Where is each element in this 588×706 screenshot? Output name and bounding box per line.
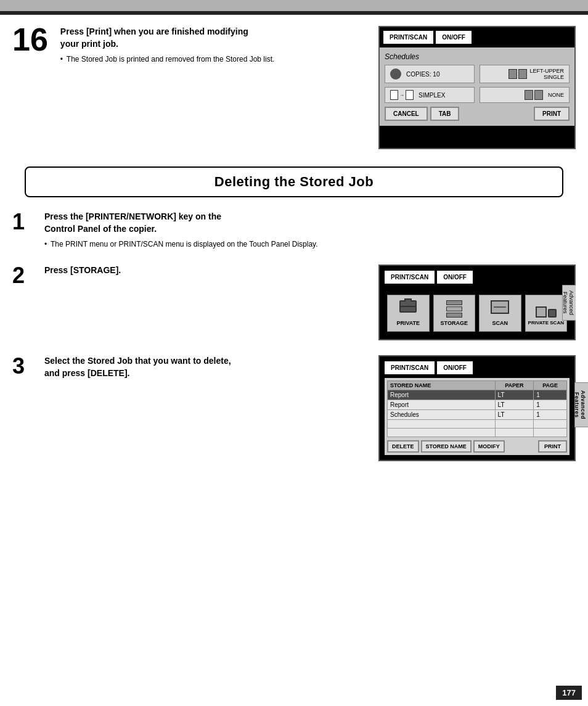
screen-3-onoff-btn[interactable]: ON/OFF <box>437 361 473 374</box>
table-row-1[interactable]: Report LT 1 <box>388 390 567 400</box>
screen-16-content: Schedules COPIES: 10 LEFT-UPPER <box>380 47 574 126</box>
none-icon <box>525 90 543 100</box>
none-label: NONE <box>548 92 564 98</box>
private-scan-label: PRIVATE SCAN <box>528 320 564 326</box>
section-16: 16 Press [Print] when you are finished m… <box>12 26 576 149</box>
top-bar <box>0 0 588 11</box>
table-row-5 <box>388 429 567 437</box>
screen-2-top-bar: PRINT/SCAN ON/OFF <box>385 271 570 284</box>
screen-3-print-scan-btn[interactable]: PRINT/SCAN <box>385 361 435 374</box>
step-1-section: 1 Press the [PRINTER/NETWORK] key on the… <box>12 211 576 250</box>
briefcase-clasp <box>401 306 415 307</box>
simplex-icon: → <box>390 90 414 100</box>
scan-icon <box>489 300 510 318</box>
schedule-row-1: COPIES: 10 LEFT-UPPERSINGLE <box>385 65 570 83</box>
col-page: PAGE <box>534 381 567 390</box>
table-row-2[interactable]: Report LT 1 <box>388 400 567 410</box>
paper-position-btn[interactable]: LEFT-UPPERSINGLE <box>480 65 570 83</box>
screen-16-top-bar: PRINT/SCAN ON/OFF <box>383 31 571 44</box>
row3-name: Schedules <box>388 410 496 420</box>
empty-cell-3 <box>534 420 567 429</box>
row2-page: 1 <box>534 400 567 410</box>
row1-name: Report <box>388 390 496 400</box>
copies-btn[interactable]: COPIES: 10 <box>385 65 475 83</box>
screen-16-print-scan-btn[interactable]: PRINT/SCAN <box>383 31 433 44</box>
page: AdvancedFeatures 16 Press [Print] when y… <box>0 0 588 706</box>
scan-body <box>491 300 509 314</box>
step-3-title: Select the Stored Job that you want to d… <box>44 355 369 379</box>
paper-icon-2 <box>518 69 527 79</box>
page-number: 177 <box>556 686 582 700</box>
row2-paper: LT <box>495 400 534 410</box>
screen-3: PRINT/SCAN ON/OFF STORED NAME PAPER PAGE <box>378 355 576 461</box>
private-scan-icon-item[interactable]: PRIVATE SCAN <box>525 295 568 332</box>
empty-cell-1 <box>388 420 496 429</box>
step-2-title: Press [STORAGE]. <box>44 265 369 277</box>
delete-btn[interactable]: DELETE <box>387 440 419 453</box>
step-3-number: 3 <box>12 355 35 377</box>
row1-paper: LT <box>495 390 534 400</box>
storage-label: STORAGE <box>441 320 468 326</box>
main-content: 16 Press [Print] when you are finished m… <box>0 15 588 488</box>
empty-cell-6 <box>534 429 567 437</box>
pscan-screen <box>536 306 547 318</box>
col-stored-name: STORED NAME <box>388 381 496 390</box>
step-1-title: Press the [PRINTER/NETWORK] key on the C… <box>44 211 576 235</box>
empty-cell-2 <box>495 420 534 429</box>
step-16-bullet: The Stored Job is printed and removed fr… <box>60 54 366 65</box>
private-label: PRIVATE <box>396 320 420 326</box>
screen-16-bottom-btns: CANCEL TAB PRINT <box>385 107 570 121</box>
none-page-1 <box>525 90 533 100</box>
stored-jobs-table-area: STORED NAME PAPER PAGE Report LT 1 <box>385 378 570 455</box>
storage-layer-3 <box>446 313 462 318</box>
storage-icons-row: PRIVATE STORAGE <box>385 287 570 334</box>
modify-btn[interactable]: MODIFY <box>473 440 505 453</box>
screen-16: PRINT/SCAN ON/OFF Schedules COPIES: 10 <box>378 26 576 149</box>
screen-2: PRINT/SCAN ON/OFF <box>378 265 576 340</box>
step-2-content: Press [STORAGE]. <box>44 265 369 281</box>
row3-paper: LT <box>495 410 534 420</box>
paper-icon-1 <box>508 69 517 79</box>
advanced-features-tab: AdvancedFeatures <box>574 382 588 427</box>
screen-2-onoff-btn[interactable]: ON/OFF <box>437 271 473 284</box>
step-16-text: Press [Print] when you are finished modi… <box>60 26 366 65</box>
table-row-3[interactable]: Schedules LT 1 <box>388 410 567 420</box>
step-1-bullet: The PRINT menu or PRINT/SCAN menu is dis… <box>44 239 576 250</box>
private-scan-icon <box>536 300 557 318</box>
simplex-page <box>390 90 398 100</box>
step-3-content: Select the Stored Job that you want to d… <box>44 355 369 383</box>
briefcase-handle <box>404 298 412 302</box>
none-page-2 <box>534 90 543 100</box>
screen-16-onoff-btn[interactable]: ON/OFF <box>436 31 472 44</box>
stored-name-btn[interactable]: STORED NAME <box>421 440 472 453</box>
private-icon-item[interactable]: PRIVATE <box>387 295 430 332</box>
cancel-btn[interactable]: CANCEL <box>385 107 428 121</box>
none-btn[interactable]: NONE <box>480 87 570 103</box>
scan-line <box>494 306 506 308</box>
deleting-section-heading: Deleting the Stored Job <box>214 174 374 189</box>
step-2-area: 2 Press [STORAGE]. PRINT/SCAN ON/OFF <box>12 265 576 340</box>
schedules-title: Schedules <box>385 52 570 61</box>
scan-label: SCAN <box>492 320 508 326</box>
pscan-lock <box>548 309 557 318</box>
screen-2-wrapper: PRINT/SCAN ON/OFF <box>378 265 576 340</box>
deleting-section-wrapper: Deleting the Stored Job <box>12 166 576 197</box>
briefcase-body <box>399 300 417 313</box>
tab-btn[interactable]: TAB <box>430 107 460 121</box>
print-btn-3[interactable]: PRINT <box>538 440 567 453</box>
copies-icon <box>390 68 401 80</box>
row3-page: 1 <box>534 410 567 420</box>
storage-icon-item[interactable]: STORAGE <box>433 295 476 332</box>
col-paper: PAPER <box>495 381 534 390</box>
print-btn-16[interactable]: PRINT <box>534 107 570 121</box>
step-16-number: 16 <box>12 23 48 55</box>
simplex-arrow: → <box>399 92 404 98</box>
scan-icon-item[interactable]: SCAN <box>479 295 521 332</box>
simplex-btn[interactable]: → SIMPLEX <box>385 87 475 103</box>
screen-3-bottom-btns: DELETE STORED NAME MODIFY PRINT <box>387 440 567 453</box>
storage-layer-1 <box>446 300 462 305</box>
simplex-page-2 <box>406 90 414 100</box>
step-16-title: Press [Print] when you are finished modi… <box>60 26 366 50</box>
screen-2-print-scan-btn[interactable]: PRINT/SCAN <box>385 271 435 284</box>
paper-position-label: LEFT-UPPERSINGLE <box>529 68 564 80</box>
